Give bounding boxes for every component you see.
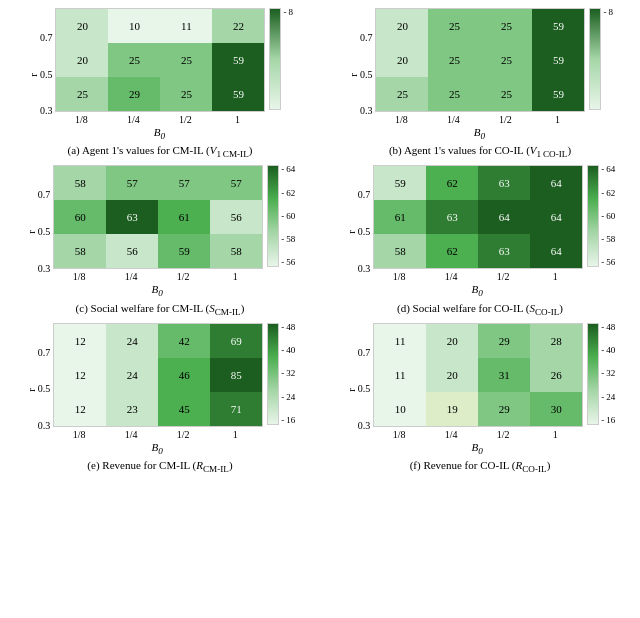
x-tick-row-a: 1/81/41/21 <box>55 114 263 125</box>
table-row: 25 <box>160 77 212 111</box>
x-tick-row-c: 1/81/41/21 <box>53 271 261 282</box>
table-row: 29 <box>478 324 530 358</box>
table-row: 58 <box>54 166 106 200</box>
colorbar-gradient-f <box>587 323 599 425</box>
heatmap-area-b: r0.70.50.32025255920252559252525591/81/4… <box>347 8 613 141</box>
table-row: 20 <box>376 43 428 77</box>
colorbar-tick-label: - 8 <box>283 8 293 17</box>
heatmap-colorbar-a: 2010112220252559252925591/81/41/21B0- 8 <box>55 8 293 141</box>
table-row: 12 <box>54 324 106 358</box>
x-tick-label: 1/2 <box>159 114 211 125</box>
table-row: 45 <box>158 392 210 426</box>
table-row: 25 <box>56 77 108 111</box>
x-container-d: 5962636461636464586263641/81/41/21B0 <box>373 165 583 298</box>
x-tick-label: 1 <box>531 114 583 125</box>
colorbar-gradient-a <box>269 8 281 110</box>
colorbar-tick-label: - 8 <box>603 8 613 17</box>
table-row: 56 <box>210 200 262 234</box>
x-container-e: 1224426912244685122345711/81/41/21B0 <box>53 323 263 456</box>
y-tick-label: 0.3 <box>360 106 373 116</box>
x-title-a: B0 <box>55 126 263 141</box>
table-row: 63 <box>478 234 530 268</box>
y-tick-label: 0.5 <box>360 70 373 80</box>
table-row: 25 <box>428 77 480 111</box>
heatmap-c: 585757576063615658565958 <box>53 165 263 269</box>
y-title-a: r <box>27 73 39 77</box>
table-row: 12 <box>54 392 106 426</box>
x-title-b: B0 <box>375 126 583 141</box>
colorbar-gradient-e <box>267 323 279 425</box>
y-title-b: r <box>347 73 359 77</box>
caption-e: (e) Revenue for CM-IL (RCM-IL) <box>87 459 232 474</box>
y-tick-label: 0.5 <box>38 384 51 394</box>
x-tick-label: 1/4 <box>425 429 477 440</box>
colorbar-wrapper-b: - 8 <box>589 8 613 141</box>
table-row: 20 <box>56 43 108 77</box>
panel-d: r0.70.50.35962636461636464586263641/81/4… <box>320 161 640 318</box>
table-row: 12 <box>54 358 106 392</box>
colorbar-labels-e: - 48- 40- 32- 24- 16 <box>281 323 295 425</box>
table-row: 59 <box>532 9 584 43</box>
caption-f: (f) Revenue for CO-IL (RCO-IL) <box>410 459 551 474</box>
x-tick-label: 1/8 <box>53 271 105 282</box>
x-title-e: B0 <box>53 441 261 456</box>
table-row: 25 <box>480 77 532 111</box>
y-title-f: r <box>345 388 357 392</box>
table-row: 59 <box>212 77 264 111</box>
caption-b: (b) Agent 1's values for CO-IL (V1 CO-IL… <box>389 144 571 159</box>
x-tick-label: 1 <box>529 429 581 440</box>
y-tick-label: 0.3 <box>358 421 371 431</box>
colorbar-wrapper-d: - 64- 62- 60- 58- 56 <box>587 165 615 298</box>
table-row: 42 <box>158 324 210 358</box>
table-row: 59 <box>158 234 210 268</box>
table-row: 64 <box>530 234 582 268</box>
y-tick-label: 0.3 <box>38 264 51 274</box>
x-tick-label: 1/4 <box>427 114 479 125</box>
colorbar-tick-label: - 40 <box>281 346 295 355</box>
caption-a: (a) Agent 1's values for CM-IL (V1 CM-IL… <box>68 144 253 159</box>
table-row: 28 <box>530 324 582 358</box>
y-tick-label: 0.5 <box>38 227 51 237</box>
heatmap-e: 122442691224468512234571 <box>53 323 263 427</box>
colorbar-tick-label: - 56 <box>281 258 295 267</box>
colorbar-tick-label: - 58 <box>281 235 295 244</box>
colorbar-gradient-b <box>589 8 601 110</box>
x-tick-label: 1/4 <box>425 271 477 282</box>
colorbar-wrapper-c: - 64- 62- 60- 58- 56 <box>267 165 295 298</box>
table-row: 57 <box>158 166 210 200</box>
table-row: 57 <box>106 166 158 200</box>
y-title-c: r <box>25 230 37 234</box>
y-tick-label: 0.5 <box>40 70 53 80</box>
colorbar-tick-label: - 62 <box>601 189 615 198</box>
table-row: 11 <box>374 324 426 358</box>
table-row: 10 <box>108 9 160 43</box>
table-row: 25 <box>480 9 532 43</box>
y-tick-label: 0.7 <box>358 190 371 200</box>
y-axis-f: 0.70.50.3 <box>358 334 371 444</box>
colorbar-tick-label: - 64 <box>281 165 295 174</box>
table-row: 64 <box>530 200 582 234</box>
panel-c: r0.70.50.35857575760636156585659581/81/4… <box>0 161 320 318</box>
x-tick-label: 1/2 <box>157 271 209 282</box>
table-row: 30 <box>530 392 582 426</box>
table-row: 22 <box>212 9 264 43</box>
table-row: 63 <box>106 200 158 234</box>
x-tick-label: 1/4 <box>105 271 157 282</box>
colorbar-tick-label: - 48 <box>281 323 295 332</box>
table-row: 25 <box>480 43 532 77</box>
caption-c: (c) Social welfare for CM-IL (SCM-IL) <box>76 302 245 317</box>
colorbar-labels-c: - 64- 62- 60- 58- 56 <box>281 165 295 267</box>
y-axis-a: 0.70.50.3 <box>40 20 53 130</box>
colorbar-wrapper-f: - 48- 40- 32- 24- 16 <box>587 323 615 456</box>
y-tick-label: 0.3 <box>358 264 371 274</box>
table-row: 69 <box>210 324 262 358</box>
table-row: 11 <box>160 9 212 43</box>
table-row: 58 <box>374 234 426 268</box>
y-tick-label: 0.5 <box>358 227 371 237</box>
table-row: 24 <box>106 358 158 392</box>
colorbar-tick-label: - 60 <box>281 212 295 221</box>
table-row: 64 <box>530 166 582 200</box>
table-row: 59 <box>532 43 584 77</box>
table-row: 11 <box>374 358 426 392</box>
x-container-f: 1120292811203126101929301/81/41/21B0 <box>373 323 583 456</box>
